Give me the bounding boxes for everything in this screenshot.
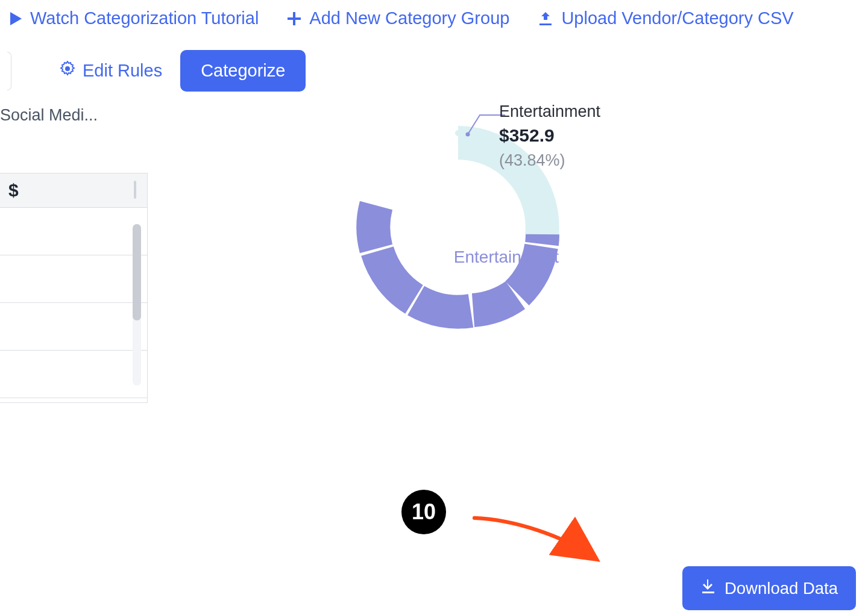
- donut-center-label: Entertainment: [454, 248, 559, 267]
- categorize-label: Categorize: [201, 61, 285, 80]
- gear-icon: [60, 61, 75, 81]
- toolbar-actions: Edit Rules Categorize: [0, 50, 868, 92]
- toolbar-top: Watch Categorization Tutorial Add New Ca…: [0, 0, 868, 28]
- watch-tutorial-label: Watch Categorization Tutorial: [30, 8, 259, 28]
- svg-point-1: [466, 133, 470, 137]
- download-data-label: Download Data: [725, 579, 838, 598]
- table-row[interactable]: [0, 303, 147, 351]
- plus-icon: [286, 11, 302, 27]
- edit-rules-label: Edit Rules: [83, 61, 162, 81]
- svg-point-0: [65, 66, 70, 71]
- callout-category: Entertainment: [499, 101, 600, 122]
- table-header-label: $: [8, 180, 19, 201]
- data-table: $: [0, 173, 148, 403]
- table-row[interactable]: [0, 208, 147, 255]
- callout-amount: $352.9: [499, 123, 600, 148]
- column-resize-handle[interactable]: [134, 181, 136, 199]
- panel-edge: [7, 52, 11, 90]
- upload-csv-label: Upload Vendor/Category CSV: [561, 8, 793, 28]
- table-row[interactable]: [0, 351, 147, 398]
- play-icon: [8, 11, 23, 27]
- tutorial-arrow-icon: [446, 510, 627, 570]
- download-icon: [700, 578, 716, 598]
- category-chip-label: Social Medi...: [0, 106, 98, 124]
- upload-csv-link[interactable]: Upload Vendor/Category CSV: [537, 8, 793, 28]
- callout-percent: (43.84%): [499, 149, 600, 171]
- upload-icon: [537, 10, 554, 27]
- table-row[interactable]: [0, 255, 147, 303]
- main-area: $ Entertainment En: [0, 173, 868, 607]
- tutorial-step-number: 10: [412, 499, 436, 525]
- table-header[interactable]: $: [0, 173, 147, 208]
- add-category-group-link[interactable]: Add New Category Group: [286, 8, 509, 28]
- edit-rules-link[interactable]: Edit Rules: [60, 61, 162, 81]
- categorize-button[interactable]: Categorize: [180, 50, 306, 92]
- download-data-button[interactable]: Download Data: [682, 566, 856, 610]
- scrollbar-thumb[interactable]: [133, 224, 141, 320]
- tutorial-step-badge: 10: [401, 490, 446, 534]
- add-category-group-label: Add New Category Group: [309, 8, 509, 28]
- donut-callout: Entertainment $352.9 (43.84%): [499, 101, 600, 171]
- watch-tutorial-link[interactable]: Watch Categorization Tutorial: [8, 8, 259, 28]
